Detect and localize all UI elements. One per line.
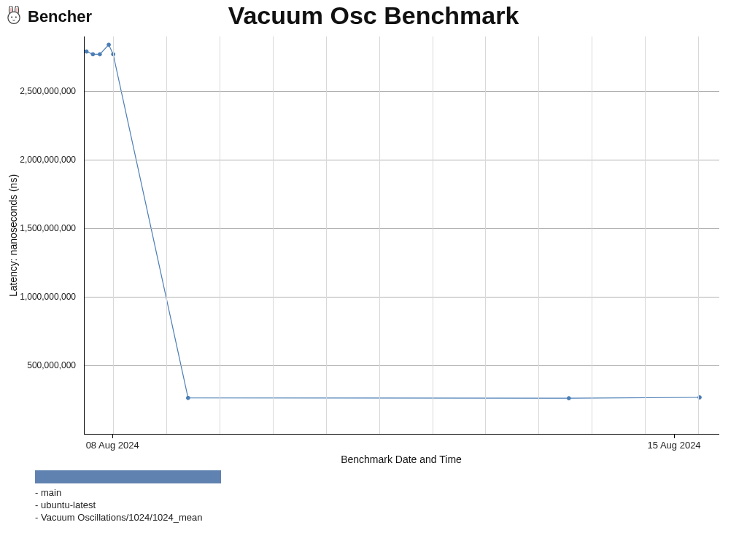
y-axis-ticks: 500,000,0001,000,000,0001,500,000,0002,0… (0, 36, 80, 434)
x-tick-label: 08 Aug 2024 (86, 440, 139, 451)
y-tick-label: 1,000,000,000 (20, 292, 76, 302)
svg-point-8 (91, 52, 95, 56)
y-tick-label: 1,500,000,000 (20, 223, 76, 233)
data-series-line (85, 36, 719, 434)
svg-point-7 (85, 50, 88, 53)
y-tick-label: 2,000,000,000 (20, 155, 76, 165)
y-tick-label: 500,000,000 (27, 360, 76, 370)
chart-title: Vacuum Osc Benchmark (0, 1, 747, 30)
legend-runner: - ubuntu-latest (35, 499, 221, 511)
legend-bench: - Vacuum Oscillations/1024/1024_mean (35, 511, 221, 524)
legend-swatch (35, 470, 221, 483)
svg-point-9 (98, 52, 101, 56)
y-tick-label: 2,500,000,000 (20, 86, 76, 96)
x-tick-label: 15 Aug 2024 (648, 440, 701, 451)
legend: - main - ubuntu-latest - Vacuum Oscillat… (35, 470, 221, 524)
svg-point-10 (107, 43, 111, 47)
plot-area (84, 36, 719, 435)
x-axis-label: Benchmark Date and Time (84, 454, 719, 465)
svg-point-13 (567, 397, 570, 400)
legend-branch: - main (35, 486, 221, 499)
svg-point-12 (186, 396, 190, 400)
